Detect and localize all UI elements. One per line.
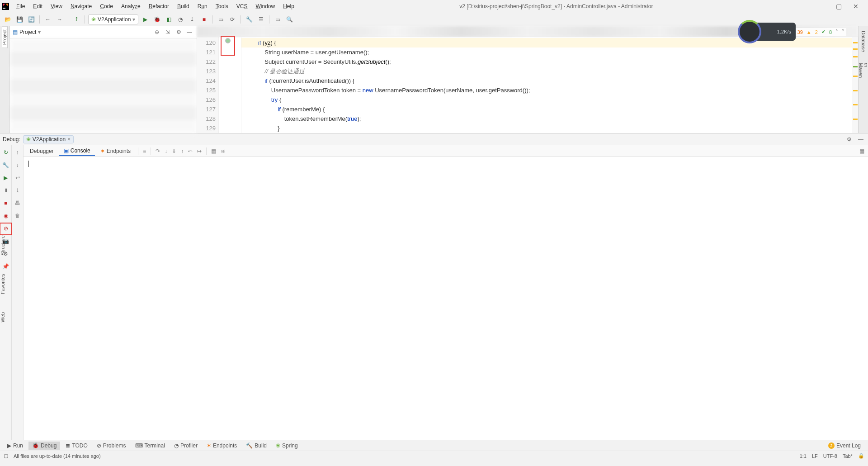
- layout-icon[interactable]: ▭: [216, 14, 226, 24]
- coverage-icon[interactable]: ◧: [164, 14, 174, 24]
- deploy-icon[interactable]: ⟳: [227, 14, 237, 24]
- tw-spring[interactable]: ❀Spring: [272, 442, 302, 450]
- web-tool-tab[interactable]: Web: [0, 312, 10, 322]
- clear-icon[interactable]: 🗑: [13, 211, 22, 220]
- menu-run[interactable]: Run: [194, 2, 211, 11]
- menu-window[interactable]: Window: [252, 2, 278, 11]
- close-button[interactable]: ✕: [849, 3, 863, 10]
- file-encoding[interactable]: UTF-8: [823, 453, 837, 459]
- evaluate-icon[interactable]: ▦: [209, 148, 218, 154]
- project-panel-title[interactable]: Project: [19, 29, 36, 35]
- lock-icon[interactable]: 🔒: [858, 453, 864, 459]
- highlight-annotation: [221, 36, 235, 56]
- resume-icon[interactable]: ▶: [1, 173, 10, 182]
- status-icon[interactable]: ▢: [4, 453, 8, 459]
- drop-frame-icon[interactable]: ⤺: [186, 148, 194, 154]
- menu-tools[interactable]: Tools: [212, 2, 232, 11]
- tw-terminal[interactable]: ⌨Terminal: [132, 442, 169, 450]
- tab-debugger[interactable]: Debugger: [25, 147, 58, 156]
- line-separator[interactable]: LF: [812, 453, 818, 459]
- up-icon[interactable]: ↑: [13, 148, 22, 157]
- tw-build[interactable]: 🔨Build: [242, 442, 270, 450]
- tw-todo[interactable]: ≣TODO: [62, 442, 91, 450]
- back-icon[interactable]: ←: [43, 14, 53, 24]
- tw-event-log[interactable]: 2Event Log: [825, 442, 864, 450]
- force-step-into-icon[interactable]: ⇓: [170, 148, 178, 154]
- open-icon[interactable]: 📂: [3, 14, 13, 24]
- select-opened-file-icon[interactable]: ⊖: [152, 29, 161, 35]
- layout-icon[interactable]: ▦: [858, 148, 866, 154]
- menu-edit[interactable]: Edit: [29, 2, 46, 11]
- menu-view[interactable]: View: [47, 2, 66, 11]
- maven-tool-tab[interactable]: mMaven: [858, 63, 868, 78]
- forward-icon[interactable]: →: [55, 14, 65, 24]
- build-icon[interactable]: ⤴: [71, 14, 81, 24]
- next-highlight-icon[interactable]: ˅: [842, 29, 844, 35]
- tab-console[interactable]: ▣Console: [59, 146, 95, 156]
- pause-icon[interactable]: ⏸: [1, 186, 10, 195]
- menu-vcs[interactable]: VCS: [233, 2, 251, 11]
- error-stripe[interactable]: [852, 37, 858, 133]
- structure-tool-tab[interactable]: Structure: [0, 235, 10, 256]
- code-area[interactable]: if (yz) { String userName = user.getUser…: [241, 37, 852, 133]
- debug-session-tab[interactable]: ❀ V2Application ×: [23, 135, 74, 143]
- menu-navigate[interactable]: Navigate: [67, 2, 95, 11]
- debug-icon[interactable]: 🐞: [152, 14, 162, 24]
- hide-icon[interactable]: —: [856, 136, 865, 143]
- stop-icon[interactable]: ■: [199, 14, 209, 24]
- stop-icon[interactable]: ■: [1, 199, 10, 208]
- step-out-icon[interactable]: ↑: [179, 148, 185, 154]
- mute-breakpoints-icon[interactable]: ⊘: [1, 224, 10, 233]
- hide-icon[interactable]: —: [185, 29, 194, 35]
- menu-build[interactable]: Build: [174, 2, 193, 11]
- expand-all-icon[interactable]: ⇲: [163, 29, 172, 35]
- step-into-icon[interactable]: ↓: [163, 148, 169, 154]
- soft-wrap-icon[interactable]: ↩: [13, 173, 22, 182]
- minimize-button[interactable]: —: [815, 3, 828, 10]
- menu-refactor[interactable]: Refactor: [145, 2, 173, 11]
- settings-icon[interactable]: ⚙: [174, 29, 183, 35]
- prev-highlight-icon[interactable]: ˄: [835, 29, 838, 35]
- print-icon[interactable]: 🖶: [13, 199, 22, 208]
- attach-icon[interactable]: ⇣: [187, 14, 197, 24]
- save-all-icon[interactable]: 💾: [14, 14, 24, 24]
- menu-code[interactable]: Code: [96, 2, 117, 11]
- modify-run-config-icon[interactable]: 🔧: [1, 161, 10, 170]
- run-config-selector[interactable]: ❀ V2Application ▾: [88, 14, 138, 24]
- structure-icon[interactable]: ☰: [256, 14, 266, 24]
- close-icon[interactable]: ×: [67, 136, 71, 143]
- run-icon[interactable]: ▶: [140, 14, 150, 24]
- rerun-icon[interactable]: ↻: [1, 148, 10, 157]
- down-icon[interactable]: ↓: [13, 161, 22, 170]
- indent-info[interactable]: Tab*: [843, 453, 853, 459]
- console-output[interactable]: [24, 157, 868, 440]
- chevron-down-icon[interactable]: ▾: [38, 29, 41, 35]
- view-breakpoints-icon[interactable]: ◉: [1, 211, 10, 220]
- step-over-icon[interactable]: ↷: [154, 148, 162, 154]
- tw-endpoints[interactable]: ✶Endpoints: [203, 442, 241, 450]
- trace-icon[interactable]: ≋: [219, 148, 227, 154]
- favorites-tool-tab[interactable]: Favorites: [0, 274, 10, 294]
- menu-analyze[interactable]: Analyze: [118, 2, 144, 11]
- tw-problems[interactable]: ⊘Problems: [93, 442, 130, 450]
- tab-endpoints[interactable]: ✶Endpoints: [96, 147, 135, 156]
- wrench-icon[interactable]: 🔧: [244, 14, 254, 24]
- tw-debug[interactable]: 🐞Debug: [28, 442, 60, 450]
- menu-file[interactable]: File: [13, 2, 28, 11]
- menu-help[interactable]: Help: [279, 2, 298, 11]
- maximize-button[interactable]: ▢: [832, 3, 845, 10]
- project-tool-tab[interactable]: Project: [2, 26, 8, 48]
- search-icon[interactable]: 🔍: [284, 14, 294, 24]
- breakpoint-gutter[interactable]: [219, 37, 241, 133]
- database-tool-tab[interactable]: Database: [861, 31, 866, 52]
- caret-position[interactable]: 1:1: [800, 453, 807, 459]
- profile-icon[interactable]: ◔: [175, 14, 185, 24]
- scroll-to-end-icon[interactable]: ⤓: [13, 186, 22, 195]
- settings-icon[interactable]: ⚙: [845, 136, 854, 143]
- run-to-cursor-icon[interactable]: ↦: [195, 148, 203, 154]
- avd-icon[interactable]: ▭: [273, 14, 283, 24]
- list-icon[interactable]: ≡: [141, 148, 148, 154]
- sync-icon[interactable]: 🔄: [26, 14, 36, 24]
- tw-profiler[interactable]: ◔Profiler: [170, 442, 201, 450]
- tw-run[interactable]: ▶Run: [4, 442, 27, 450]
